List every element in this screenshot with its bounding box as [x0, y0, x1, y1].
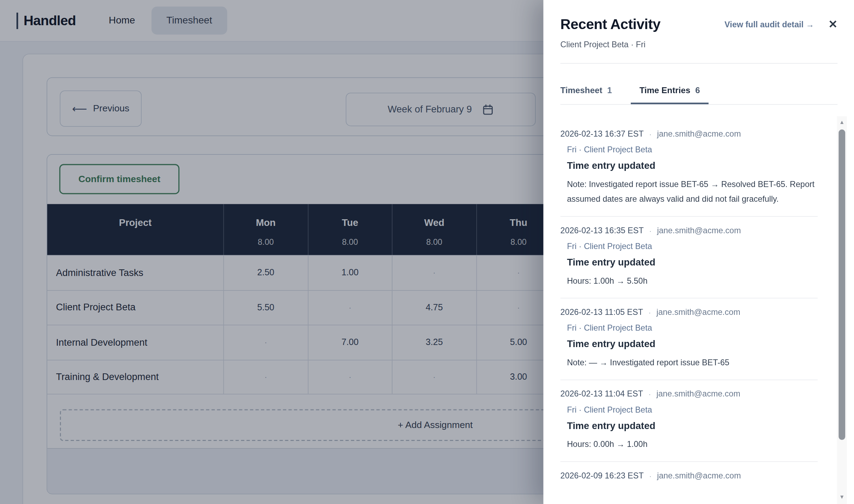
header-divider [560, 63, 838, 64]
entry-user: jane.smith@acme.com [656, 389, 740, 398]
panel-header: Recent Activity View full audit detail →… [560, 16, 838, 32]
recent-activity-panel: Recent Activity View full audit detail →… [544, 0, 854, 504]
entry-context-link[interactable]: Fri · Client Project Beta [567, 145, 818, 154]
entry-timestamp: 2026-02-13 11:04 EST [560, 389, 643, 398]
entry-context-link[interactable]: Fri · Client Project Beta [567, 241, 818, 251]
entry-timestamp-line: 2026-02-13 16:35 EST·jane.smith@acme.com [560, 226, 818, 235]
entry-detail: Hours: 1.00h → 5.50h [567, 273, 818, 288]
entry-timestamp: 2026-02-13 16:37 EST [560, 129, 644, 138]
entry-action: Time entry updated [567, 420, 818, 432]
panel-tabs: Timesheet1 Time Entries6 [560, 85, 838, 105]
entry-timestamp-line: 2026-02-13 11:05 EST·jane.smith@acme.com [560, 307, 818, 317]
entry-context-link[interactable]: Fri · Client Project Beta [567, 323, 818, 332]
tab-label: Time Entries [640, 85, 690, 95]
entry-user: jane.smith@acme.com [657, 129, 741, 138]
activity-entry: 2026-02-13 11:05 EST·jane.smith@acme.com… [560, 298, 818, 380]
activity-entry: 2026-02-13 11:04 EST·jane.smith@acme.com… [560, 380, 818, 462]
entry-timestamp: 2026-02-09 16:23 EST [560, 471, 644, 480]
activity-list: 2026-02-13 16:37 EST·jane.smith@acme.com… [560, 116, 818, 504]
entry-timestamp-line: 2026-02-09 16:23 EST·jane.smith@acme.com [560, 471, 818, 480]
close-icon[interactable]: ✕ [828, 19, 838, 29]
entry-timestamp: 2026-02-13 16:35 EST [560, 226, 644, 235]
tab-time-entries[interactable]: Time Entries6 [631, 85, 709, 104]
entry-detail: Note: Investigated report issue BET-65 →… [567, 177, 818, 206]
panel-scrollbar[interactable]: ▲ ▼ [837, 116, 847, 504]
entry-context-link[interactable]: Fri · Client Project Beta [567, 405, 818, 414]
dot-separator: · [649, 472, 651, 480]
tab-label: Timesheet [560, 85, 602, 95]
entry-user: jane.smith@acme.com [656, 307, 740, 317]
entry-action: Time entry updated [567, 338, 818, 350]
tab-timesheet[interactable]: Timesheet1 [560, 85, 612, 104]
entry-detail: Note: — → Investigated report issue BET-… [567, 355, 818, 370]
dot-separator: · [649, 390, 651, 398]
tab-count: 6 [695, 85, 700, 95]
entry-timestamp-line: 2026-02-13 16:37 EST·jane.smith@acme.com [560, 129, 818, 138]
scrollbar-thumb[interactable] [839, 130, 845, 440]
activity-entry: 2026-02-09 16:23 EST·jane.smith@acme.com [560, 462, 818, 490]
panel-title: Recent Activity [560, 16, 661, 32]
panel-subtitle: Client Project Beta · Fri [560, 40, 838, 49]
entry-timestamp-line: 2026-02-13 11:04 EST·jane.smith@acme.com [560, 389, 818, 398]
entry-timestamp: 2026-02-13 11:05 EST [560, 307, 643, 317]
scroll-down-icon[interactable]: ▼ [837, 494, 847, 500]
dot-separator: · [649, 227, 651, 235]
tab-count: 1 [607, 85, 612, 95]
activity-entry: 2026-02-13 16:35 EST·jane.smith@acme.com… [560, 217, 818, 298]
entry-user: jane.smith@acme.com [657, 226, 741, 235]
view-full-audit-link[interactable]: View full audit detail → [725, 20, 814, 29]
dot-separator: · [649, 130, 651, 138]
activity-entry: 2026-02-13 16:37 EST·jane.smith@acme.com… [560, 116, 818, 216]
entry-detail: Hours: 0.00h → 1.00h [567, 437, 818, 451]
dot-separator: · [649, 308, 651, 316]
entry-user: jane.smith@acme.com [657, 471, 741, 480]
screen: Handled Home Timesheet ⟵ Previous Week o… [0, 0, 854, 504]
entry-action: Time entry updated [567, 257, 818, 268]
entry-action: Time entry updated [567, 160, 818, 172]
scroll-up-icon[interactable]: ▲ [837, 119, 847, 125]
